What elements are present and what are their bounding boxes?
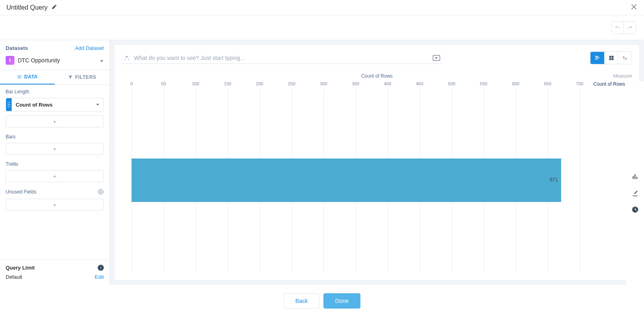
legend-title: Measure xyxy=(584,73,632,79)
toolbar xyxy=(0,15,644,40)
axis-tick: 50 xyxy=(161,81,166,86)
chart-mode-button[interactable] xyxy=(591,52,604,64)
run-query-icon[interactable] xyxy=(433,55,440,61)
axis-tick: 250 xyxy=(288,81,295,86)
modal-header: Untitled Query xyxy=(0,0,644,15)
legend-item: Count of Rows xyxy=(584,81,632,87)
table-mode-button[interactable] xyxy=(604,52,618,64)
tab-data[interactable]: DATA xyxy=(0,70,55,84)
datasets-heading: Datasets xyxy=(6,45,28,51)
nlq-search[interactable] xyxy=(122,52,442,64)
axis-tick: 450 xyxy=(416,81,423,86)
add-bar-length-button[interactable]: + xyxy=(6,115,104,128)
query-limit-label: Query Limit xyxy=(6,265,35,271)
svg-point-4 xyxy=(8,104,9,105)
sparkle-icon xyxy=(123,55,130,61)
axis-tick: 0 xyxy=(130,81,133,86)
axis-tick: 100 xyxy=(192,81,199,86)
info-icon[interactable]: i xyxy=(98,265,104,271)
tab-data-label: DATA xyxy=(24,74,38,80)
format-button[interactable] xyxy=(632,189,639,198)
axis-tick: 350 xyxy=(352,81,359,86)
axis-tick: 200 xyxy=(256,81,263,86)
done-button[interactable]: Done xyxy=(323,293,360,309)
add-trellis-button[interactable]: + xyxy=(6,170,104,182)
svg-point-6 xyxy=(8,106,9,107)
pencil-icon[interactable] xyxy=(51,4,57,11)
info-icon[interactable]: i xyxy=(98,189,104,195)
chevron-down-icon[interactable] xyxy=(92,103,103,107)
dataset-icon xyxy=(6,56,14,65)
close-icon[interactable] xyxy=(630,3,638,12)
bar[interactable] xyxy=(132,158,561,202)
bar-length-value: Count of Rows xyxy=(12,102,92,108)
bars-label: Bars xyxy=(6,134,104,140)
query-mode-button[interactable] xyxy=(618,52,632,64)
add-dataset-link[interactable]: Add Dataset xyxy=(75,45,104,51)
axis-tick: 650 xyxy=(544,81,551,86)
gridline xyxy=(580,89,580,272)
trellis-label: Trellis xyxy=(6,161,104,167)
main-canvas-area: Count of Rows 05010015020025030035040045… xyxy=(110,40,644,285)
search-input[interactable] xyxy=(134,55,429,61)
chart: Count of Rows 05010015020025030035040045… xyxy=(122,73,632,272)
axis-tick: 400 xyxy=(384,81,391,86)
dataset-name: DTC Opportunity xyxy=(18,57,97,64)
svg-point-5 xyxy=(9,104,10,105)
svg-point-2 xyxy=(8,102,9,103)
axis-tick: 300 xyxy=(320,81,327,86)
drag-handle-icon[interactable] xyxy=(6,98,12,111)
axis-tick: 700 xyxy=(576,81,583,86)
axis-tick: 550 xyxy=(480,81,487,86)
bar-length-pill[interactable]: Count of Rows xyxy=(6,98,104,111)
svg-point-7 xyxy=(9,106,10,107)
bar-length-label: Bar Length xyxy=(6,89,104,95)
chart-title: Count of Rows xyxy=(361,73,393,79)
redo-button[interactable] xyxy=(623,22,636,34)
add-bars-button[interactable]: + xyxy=(6,143,104,155)
unused-fields-label: Unused Fields xyxy=(6,189,37,195)
left-sidebar: Datasets Add Dataset DTC Opportunity DAT… xyxy=(0,40,110,285)
undo-button[interactable] xyxy=(611,22,623,34)
tab-filters[interactable]: FILTERS xyxy=(55,70,109,84)
query-limit-value: Default xyxy=(6,274,22,280)
right-rail xyxy=(626,81,644,285)
history-button[interactable] xyxy=(632,206,639,214)
chevron-down-icon xyxy=(100,58,104,62)
axis-tick: 600 xyxy=(512,81,519,86)
add-unused-button[interactable]: + xyxy=(6,199,104,211)
legend-item-label: Count of Rows xyxy=(593,81,625,87)
axis-tick: 150 xyxy=(224,81,231,86)
query-limit-edit-link[interactable]: Edit xyxy=(95,274,104,280)
axis-tick: 500 xyxy=(448,81,455,86)
svg-point-3 xyxy=(9,102,10,103)
back-button[interactable]: Back xyxy=(284,293,319,309)
query-title: Untitled Query xyxy=(6,4,47,11)
footer: Back Done xyxy=(0,285,644,317)
dataset-selector[interactable]: DTC Opportunity xyxy=(0,54,109,70)
chart-type-button[interactable] xyxy=(632,173,639,181)
tab-filters-label: FILTERS xyxy=(75,74,97,80)
bar-value-label: 671 xyxy=(550,177,558,183)
